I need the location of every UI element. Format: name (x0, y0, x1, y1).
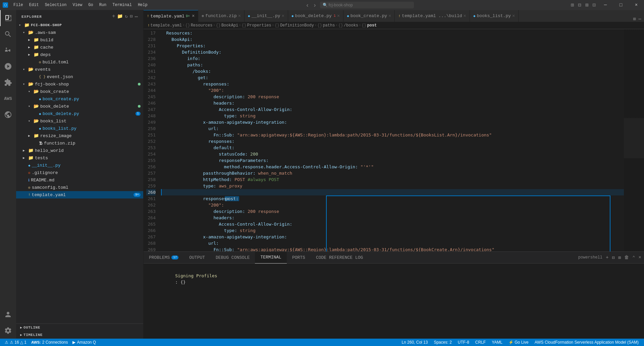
new-folder-icon[interactable]: 📁 (117, 13, 123, 20)
tree-item-book-delete[interactable]: ▾ 📂 book_delete (16, 103, 143, 110)
breadcrumb-bookapi[interactable]: BookApi (221, 23, 238, 28)
tab-template-yaml[interactable]: ! template.yaml 9+ × (144, 10, 198, 22)
status-encoding[interactable]: UTF-8 (455, 339, 472, 346)
win-minimize[interactable]: ─ (598, 0, 613, 10)
menu-file[interactable]: File (11, 2, 26, 8)
menu-selection[interactable]: Selection (42, 2, 69, 8)
status-go-live[interactable]: ⚡ Go Live (506, 339, 531, 346)
activity-item-account[interactable] (0, 306, 16, 323)
tab-close-btn[interactable]: × (282, 13, 284, 19)
menu-edit[interactable]: Edit (26, 2, 42, 8)
breadcrumb-post[interactable]: post (367, 23, 377, 28)
breadcrumb-books[interactable]: /books (344, 23, 358, 28)
tree-item-function-zip[interactable]: 🗜 function.zip (16, 139, 143, 147)
tree-item-aws-sam[interactable]: ▾ 📂 .aws-sam (16, 29, 143, 36)
tab-code-reference[interactable]: CODE REFERENCE LOG (311, 252, 368, 264)
tab-close-btn[interactable]: × (238, 13, 241, 19)
new-file-icon[interactable]: + (112, 13, 115, 20)
tree-item-book-create-py[interactable]: ◆ book_create.py (16, 95, 143, 103)
tab-output[interactable]: OUTPUT (184, 252, 210, 264)
status-cfn[interactable]: AWS CloudFormation Serverless Applicatio… (532, 339, 641, 346)
tree-item-root[interactable]: ▾ 📁 FCI-BOOK-SHOP (16, 21, 143, 29)
status-errors[interactable]: ⚠ ⚠ 16 △ 1 (3, 339, 29, 346)
tree-item-resize-image[interactable]: ▶ 📁 resize_image (16, 132, 143, 139)
status-line-ending[interactable]: CRLF (473, 339, 488, 346)
split-editor-icon[interactable]: ⊞ (633, 16, 636, 22)
tree-item-samconfig[interactable]: ⊙ samconfig.toml (16, 184, 143, 191)
tab-close-btn[interactable]: × (388, 13, 391, 19)
tab-close-btn[interactable]: × (464, 13, 466, 19)
tab-problems[interactable]: PROBLEMS 17 (144, 252, 184, 264)
activity-item-extensions[interactable] (0, 74, 16, 91)
tab-terminal[interactable]: TERMINAL (255, 252, 286, 264)
tab-books-list-py[interactable]: ◆ books_list.py × (470, 10, 519, 22)
tree-item-events[interactable]: ▾ 📂 events (16, 66, 143, 73)
menu-run[interactable]: Run (97, 2, 109, 8)
tree-item-readme[interactable]: ℹ README.md (16, 176, 143, 184)
split-terminal-icon[interactable]: ⊟ (612, 255, 614, 261)
tree-item-books-list[interactable]: ▾ 📂 books_list (16, 117, 143, 125)
tree-item-event-json[interactable]: { } event.json (16, 73, 143, 80)
layout4-icon[interactable]: ⊡ (590, 2, 598, 8)
tab-book-delete-py[interactable]: ◆ book_delete.py 1 × (288, 10, 343, 22)
code-editor[interactable]: 17 228 231 234 236 240 241 242 243 244 2… (144, 29, 644, 251)
tree-item-build[interactable]: ▶ 📁 build (16, 36, 143, 44)
terminal-content[interactable]: Signing Profiles : {} (144, 264, 644, 339)
tree-item-book-delete-py[interactable]: ◆ book_delete.py 1 (16, 110, 143, 117)
status-language[interactable]: YAML (489, 339, 505, 346)
timeline-section[interactable]: ▶ TIMELINE (16, 331, 143, 339)
code-content[interactable]: Resources: BookApi: Properties: Definiti… (158, 29, 624, 251)
tab-close-btn[interactable]: × (512, 13, 515, 19)
activity-item-explorer[interactable] (0, 10, 16, 26)
status-amazon-q[interactable]: ▶ Amazon Q (70, 339, 98, 346)
menu-help[interactable]: Help (135, 2, 150, 8)
nav-back[interactable]: ‹ (305, 2, 310, 9)
more-actions-icon[interactable]: ⋯ (135, 13, 138, 20)
tree-item-book-create[interactable]: ▾ 📂 book_create (16, 88, 143, 95)
activity-item-run-debug[interactable] (0, 58, 16, 74)
tree-item-hello-world[interactable]: ▶ 📁 hello_world (16, 147, 143, 154)
maximize-terminal-icon[interactable]: ⌃ (632, 255, 635, 261)
nav-forward[interactable]: › (313, 2, 317, 9)
new-terminal-icon[interactable]: + (606, 255, 608, 260)
breadcrumb-properties[interactable]: Properties (247, 23, 271, 28)
tree-item-cache[interactable]: ▶ 📁 cache (16, 44, 143, 51)
breadcrumb-definitionbody[interactable]: DefinitionBody (280, 23, 314, 28)
status-position[interactable]: Ln 260, Col 13 (399, 339, 430, 346)
tab-template-yaml-build[interactable]: ! template.yaml ...\build × (395, 10, 470, 22)
tab-book-create-py[interactable]: ◆ book_create.py × (343, 10, 395, 22)
tree-item-init-py[interactable]: ◆ __init__.py (16, 162, 143, 169)
refresh-icon[interactable]: ↻ (125, 13, 127, 20)
close-terminal-icon[interactable]: × (639, 255, 641, 260)
activity-item-settings[interactable] (0, 323, 16, 339)
tab-function-zip[interactable]: ⊕ function.zip × (198, 10, 245, 22)
activity-item-aws[interactable]: AWS (0, 91, 16, 107)
breadcrumb-paths[interactable]: paths (323, 23, 335, 28)
menu-view[interactable]: View (70, 2, 85, 8)
layout-icon[interactable]: ⊞ (569, 2, 576, 8)
win-close[interactable]: × (629, 0, 644, 10)
layout3-icon[interactable]: ⊠ (583, 2, 591, 8)
breadcrumb-resources[interactable]: Resources (191, 23, 213, 28)
tree-item-deps[interactable]: ▶ 📁 deps (16, 51, 143, 58)
search-input[interactable] (320, 2, 414, 8)
tab-close-btn[interactable]: × (337, 13, 340, 19)
tree-item-build-toml[interactable]: ⊙ build.toml (16, 58, 143, 66)
tree-item-fcj-book-shop[interactable]: ▾ 📂 fcj-book-shop (16, 80, 143, 88)
breadcrumb-template[interactable]: template.yaml (151, 23, 182, 28)
status-spaces[interactable]: Spaces: 2 (431, 339, 454, 346)
menu-terminal[interactable]: Terminal (110, 2, 135, 8)
activity-item-source-control[interactable] (0, 42, 16, 58)
trash-icon[interactable]: 🗑 (624, 255, 629, 260)
tab-debug-console[interactable]: DEBUG CONSOLE (210, 252, 255, 264)
terminal-layout-icon[interactable]: ⊞ (618, 255, 621, 261)
tree-item-tests[interactable]: ▶ 📁 tests (16, 154, 143, 162)
tab-init-py[interactable]: ◆ __init__.py × (245, 10, 288, 22)
menu-go[interactable]: Go (86, 2, 96, 8)
collapse-icon[interactable]: ⊟ (130, 13, 132, 20)
status-aws-connections[interactable]: AWS: 2 Connections (29, 339, 70, 346)
outline-section[interactable]: ▶ OUTLINE (16, 324, 143, 331)
tab-ports[interactable]: PORTS (287, 252, 311, 264)
activity-item-search[interactable] (0, 26, 16, 42)
win-maximize[interactable]: □ (613, 0, 629, 10)
